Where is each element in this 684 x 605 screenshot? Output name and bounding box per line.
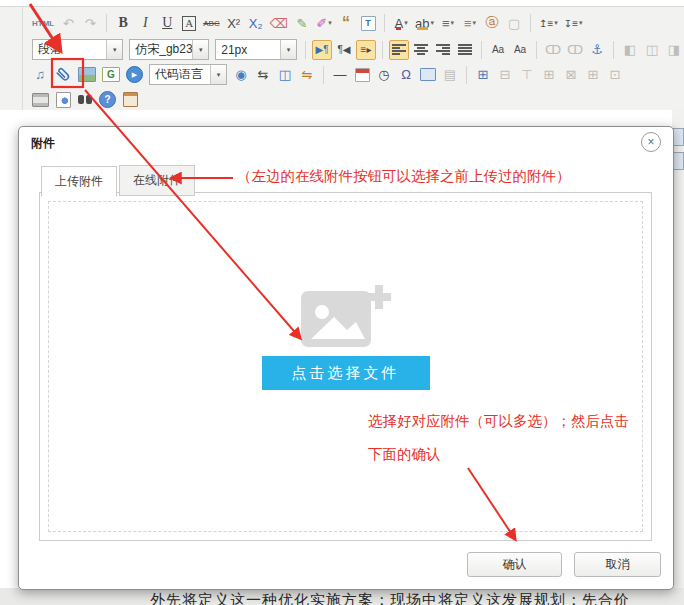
insert-col-button[interactable]: ⊞ (583, 65, 603, 85)
line-spacing-button[interactable]: ↥≡▾ (537, 13, 560, 33)
superscript-button[interactable]: X² (224, 13, 244, 33)
ltr-direction-button[interactable]: ▶¶ (312, 40, 332, 60)
omega-icon: Ω (401, 67, 411, 82)
word-image-button[interactable]: ▤ (440, 65, 460, 85)
insert-row-icon: ⊞ (544, 67, 555, 82)
insert-video-button[interactable]: ▶ (124, 65, 145, 85)
new-document-button[interactable]: ▢ (504, 13, 524, 33)
word-image-icon: ▤ (444, 67, 456, 82)
italic-button[interactable]: I (135, 13, 155, 33)
horizontal-rule-button[interactable]: — (330, 65, 350, 85)
remove-link-button[interactable]: ↀ (565, 40, 585, 60)
anchor-icon: ⚓ (591, 42, 603, 57)
blockquote-button[interactable]: “ (336, 13, 356, 33)
calendar-icon (355, 68, 370, 82)
code-language-select[interactable]: 代码语言▾ (149, 64, 227, 85)
view-html-button[interactable]: HTML (30, 13, 56, 33)
paperclip-icon (54, 66, 72, 84)
preview-button[interactable] (53, 90, 73, 110)
toolbar-separator (323, 66, 324, 84)
google-map-button[interactable]: G (100, 65, 122, 85)
annotation-line-1: 选择好对应附件（可以多选）；然后点击 (368, 405, 629, 438)
merge-cells-icon: ⊠ (566, 67, 577, 82)
screenshot-button[interactable] (418, 65, 438, 85)
tab-upload-attachment[interactable]: 上传附件 (41, 166, 117, 197)
html-source-icon: HTML (32, 19, 54, 28)
insert-time-button[interactable]: ◷ (374, 65, 394, 85)
font-size-select[interactable]: 21px▾ (215, 39, 297, 60)
to-lowercase-button[interactable]: Aa (510, 40, 530, 60)
delete-table-button[interactable]: ⊟ (495, 65, 515, 85)
toolbar-separator (384, 14, 385, 32)
background-page-text: 外先将定义这一种优化实施方案；现场中将定义这发展规划；先合价 (150, 591, 684, 605)
toolbar-separator (382, 41, 383, 59)
page-break-icon: ⇆ (258, 67, 269, 82)
highlight-color-button[interactable]: ab▾ (413, 13, 436, 33)
split-cells-button[interactable]: ⊡ (605, 65, 625, 85)
rounded-a-icon: ⓐ (486, 14, 499, 32)
redo-icon: ↷ (85, 16, 96, 31)
format-brush-button[interactable]: ✎ (292, 13, 312, 33)
split-cells-icon: ⊡ (610, 67, 621, 82)
doc-convert-button[interactable]: ⇋ (297, 65, 317, 85)
special-char-button[interactable]: Ω (396, 65, 416, 85)
image-center-button[interactable]: ◫ (642, 40, 662, 60)
font-border-button[interactable]: A (179, 13, 199, 33)
remove-format-button[interactable]: ⌫ (268, 13, 290, 33)
scrawl-button[interactable]: ◉ (231, 65, 251, 85)
subscript-button[interactable]: X₂ (246, 13, 266, 33)
clipboard-t-icon: T (361, 16, 376, 31)
align-center-button[interactable] (411, 40, 431, 60)
bold-button[interactable]: B (113, 13, 133, 33)
select-file-button[interactable]: 点击选择文件 (262, 356, 430, 390)
close-icon[interactable]: × (641, 132, 661, 152)
align-left-button[interactable] (389, 40, 409, 60)
image-float-left-button[interactable]: ◧ (620, 40, 640, 60)
insert-row-button[interactable]: ⊞ (539, 65, 559, 85)
font-color-button[interactable]: A▾ (391, 13, 411, 33)
toolbar-separator (305, 41, 306, 59)
template-button[interactable] (120, 90, 140, 110)
page-break-button[interactable]: ⇆ (253, 65, 273, 85)
first-line-indent-button[interactable]: ≡▸ (356, 40, 376, 60)
paragraph-style-select[interactable]: 段落▾ (32, 39, 123, 60)
underline-button[interactable]: U (157, 13, 177, 33)
table-title-button[interactable]: ⊤ (517, 65, 537, 85)
anchor-button[interactable]: ⚓ (587, 40, 607, 60)
to-uppercase-button[interactable]: Aa (488, 40, 508, 60)
insert-link-button[interactable]: ↀ (543, 40, 563, 60)
image-center-icon: ◫ (646, 42, 658, 57)
insert-date-button[interactable] (352, 65, 372, 85)
merge-cells-button[interactable]: ⊠ (561, 65, 581, 85)
image-float-right-button[interactable]: ◨ (664, 40, 684, 60)
autotypeset-button[interactable]: ✐▾ (314, 13, 334, 33)
insert-table-button[interactable]: ⊞ (473, 65, 493, 85)
redo-button[interactable]: ↷ (80, 13, 100, 33)
help-button[interactable]: ? (97, 90, 118, 110)
align-left-icon (392, 44, 406, 55)
quote-icon: “ (342, 19, 350, 27)
undo-button[interactable]: ↶ (58, 13, 78, 33)
chevron-down-icon: ▾ (579, 19, 583, 27)
align-right-button[interactable] (433, 40, 453, 60)
font-family-select[interactable]: 仿宋_gb231▾ (129, 39, 209, 60)
rtl-direction-button[interactable]: ¶◀ (334, 40, 354, 60)
find-replace-button[interactable] (75, 90, 95, 110)
toolbar-row-1: HTML ↶ ↷ B I U A ABC X² X₂ ⌫ ✎ ✐▾ “ T A▾… (30, 9, 684, 37)
anchor-a-button[interactable]: ⓐ (482, 13, 502, 33)
paste-as-text-button[interactable]: T (358, 13, 378, 33)
unordered-list-button[interactable]: ≡▾ (460, 13, 480, 33)
insert-music-button[interactable]: ♫ (30, 65, 50, 85)
cancel-button[interactable]: 取消 (574, 552, 661, 577)
columns-button[interactable]: ◫ (275, 65, 295, 85)
confirm-button[interactable]: 确认 (467, 552, 562, 577)
tab-online-attachment[interactable]: 在线附件 (119, 165, 195, 196)
strikethrough-button[interactable]: ABC (201, 13, 221, 33)
align-justify-button[interactable] (455, 40, 475, 60)
insert-image-button[interactable] (76, 65, 98, 85)
ordered-list-button[interactable]: ≡▾ (438, 13, 458, 33)
paragraph-spacing-button[interactable]: ↧≡▾ (562, 13, 585, 33)
print-button[interactable] (30, 90, 51, 110)
attachment-button[interactable] (52, 65, 74, 85)
dialog-title: 附件 (31, 135, 55, 152)
